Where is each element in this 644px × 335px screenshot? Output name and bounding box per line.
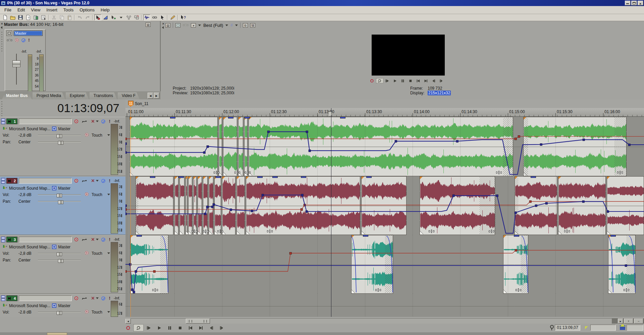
track-minimize-icon[interactable] <box>1 237 5 242</box>
new-project-icon[interactable] <box>1 14 8 20</box>
audio-device-icon[interactable] <box>3 186 7 191</box>
grip-handle[interactable] <box>1 32 2 52</box>
preview-loop-icon[interactable] <box>376 78 383 83</box>
collapse-panel-icon[interactable] <box>1 26 2 29</box>
automation-mode[interactable]: Touch <box>92 251 102 256</box>
track-header-2[interactable]: 2✕!-Inf.Microsoft Sound Map...MasterVol:… <box>0 176 125 235</box>
dim-icon[interactable]: ! <box>28 38 30 43</box>
solo-icon[interactable] <box>100 237 106 242</box>
pan-value[interactable]: Center <box>18 258 39 262</box>
track-minimize-icon[interactable] <box>1 178 5 184</box>
event-gain-handle[interactable] <box>564 230 570 233</box>
tool-dropdown-icon[interactable] <box>117 14 124 20</box>
whats-this-help-icon[interactable]: ? <box>179 14 186 20</box>
envelope-layer[interactable] <box>125 294 644 318</box>
vol-value[interactable]: -2,8 dB <box>18 251 39 256</box>
save-snapshot-icon[interactable]: 🖫 <box>250 23 255 28</box>
automation-dropdown-icon[interactable] <box>107 252 110 254</box>
time-ruler[interactable]: 01:11:0001:11:3001:12:0001:12:3001:13:00… <box>125 108 644 117</box>
vol-slider[interactable] <box>38 312 81 313</box>
automation-gear-icon[interactable] <box>15 38 19 42</box>
mute-icon[interactable] <box>21 38 25 42</box>
audio-device-icon[interactable] <box>3 244 7 249</box>
transport-prev-frame-icon[interactable] <box>206 324 216 331</box>
transport-next-frame-icon[interactable] <box>217 324 227 331</box>
vol-value[interactable]: -2,8 dB <box>18 133 39 138</box>
cursor-time-field[interactable]: 01:13:09,07 <box>555 325 580 331</box>
transport-go-to-end-icon[interactable] <box>196 324 206 331</box>
render-as-icon[interactable] <box>40 14 47 20</box>
track-number-button[interactable]: 1 <box>6 118 17 124</box>
minimize-button[interactable] <box>625 1 631 5</box>
event-gain-handle[interactable] <box>267 230 273 233</box>
mute-dropdown-icon[interactable] <box>96 237 99 242</box>
envelope-icon[interactable] <box>82 237 88 242</box>
pin-icon[interactable] <box>550 325 553 330</box>
preview-play-from-start-icon[interactable] <box>384 78 391 83</box>
event-gain-handle[interactable] <box>496 171 502 174</box>
overlays-dropdown-icon[interactable] <box>235 25 238 26</box>
vol-value[interactable]: -2,8 dB <box>18 192 39 197</box>
tab-transitions[interactable]: Transitions <box>90 92 117 99</box>
tab-explorer[interactable]: Explorer <box>66 92 89 99</box>
quality-dropdown-icon[interactable] <box>225 25 228 26</box>
scroll-left-icon[interactable]: ◂ <box>125 319 131 324</box>
close-panel-icon[interactable]: ✕ <box>162 22 165 26</box>
event-gain-handle[interactable] <box>489 230 494 233</box>
automation-gear-icon[interactable] <box>85 133 89 137</box>
tab-video-f[interactable]: Video F <box>118 92 140 99</box>
event-gain-handle[interactable] <box>429 230 434 233</box>
phase-icon[interactable]: ! <box>107 178 113 183</box>
bus-assign-icon[interactable] <box>52 245 56 249</box>
automation-mode[interactable]: Touch <box>92 310 102 315</box>
time-display[interactable]: 01:13:09,07 <box>0 99 125 117</box>
group-icon[interactable] <box>125 14 132 20</box>
menu-view[interactable]: View <box>28 6 43 13</box>
ignore-event-grouping-icon[interactable] <box>133 14 140 20</box>
zoom-in-icon[interactable]: + <box>624 319 633 324</box>
track-name-field[interactable] <box>19 295 72 301</box>
marker-bar[interactable]: 11 Son_11 <box>125 99 644 108</box>
event-gain-handle[interactable] <box>245 171 251 174</box>
mute-dropdown-icon[interactable] <box>96 296 99 301</box>
transport-play-from-start-icon[interactable] <box>144 324 154 331</box>
insert-fx-icon[interactable]: o⎕o <box>7 38 12 42</box>
selection-edit-tool-icon[interactable] <box>110 14 117 20</box>
track-header-4[interactable]: 4✕!-Inf.Microsoft Sound Map...MasterVol:… <box>0 294 125 318</box>
event-gain-handle[interactable] <box>234 171 240 174</box>
menu-options[interactable]: Options <box>76 6 98 13</box>
menu-file[interactable]: File <box>1 6 14 13</box>
preview-next-frame-icon[interactable] <box>438 78 445 83</box>
arm-record-icon[interactable] <box>73 237 79 242</box>
automation-mode[interactable]: Touch <box>92 133 102 138</box>
mute-dropdown-icon[interactable] <box>96 178 99 183</box>
event-gain-handle[interactable] <box>214 171 219 174</box>
close-button[interactable]: × <box>638 1 643 5</box>
mute-icon[interactable]: ✕ <box>90 178 96 183</box>
vol-slider[interactable] <box>38 135 81 136</box>
preview-go-to-start-icon[interactable] <box>415 78 422 83</box>
scroll-right-icon[interactable]: ▸ <box>618 319 623 324</box>
pan-value[interactable]: Center <box>18 140 39 144</box>
event-gain-handle[interactable] <box>217 230 223 233</box>
bus-assign-icon[interactable] <box>52 127 56 131</box>
vol-value[interactable]: -2.8 dB <box>18 310 39 315</box>
track-number-button[interactable]: 2 <box>6 178 17 184</box>
open-icon[interactable] <box>9 14 16 20</box>
mute-icon[interactable]: ✕ <box>90 237 96 242</box>
event-gain-handle[interactable] <box>192 230 197 233</box>
timeline[interactable]: 11 Son_11 01:11:0001:11:3001:12:0001:12:… <box>125 99 644 318</box>
event-gain-handle[interactable] <box>624 288 629 292</box>
tabs-scroll-right-icon[interactable]: ▸ <box>154 93 159 99</box>
phase-icon[interactable]: ! <box>107 296 113 301</box>
selection-end-field[interactable] <box>627 325 643 331</box>
transport-play-icon[interactable] <box>154 324 164 331</box>
transport-loop-icon[interactable] <box>133 324 144 331</box>
menu-help[interactable]: Help <box>98 6 113 13</box>
envelope-layer[interactable] <box>125 235 644 294</box>
arm-record-icon[interactable] <box>73 119 79 124</box>
mute-icon[interactable]: ✕ <box>90 119 96 124</box>
bus-assign-icon[interactable] <box>52 186 56 190</box>
preview-pause-icon[interactable] <box>399 78 407 83</box>
envelope-layer[interactable] <box>125 117 644 176</box>
